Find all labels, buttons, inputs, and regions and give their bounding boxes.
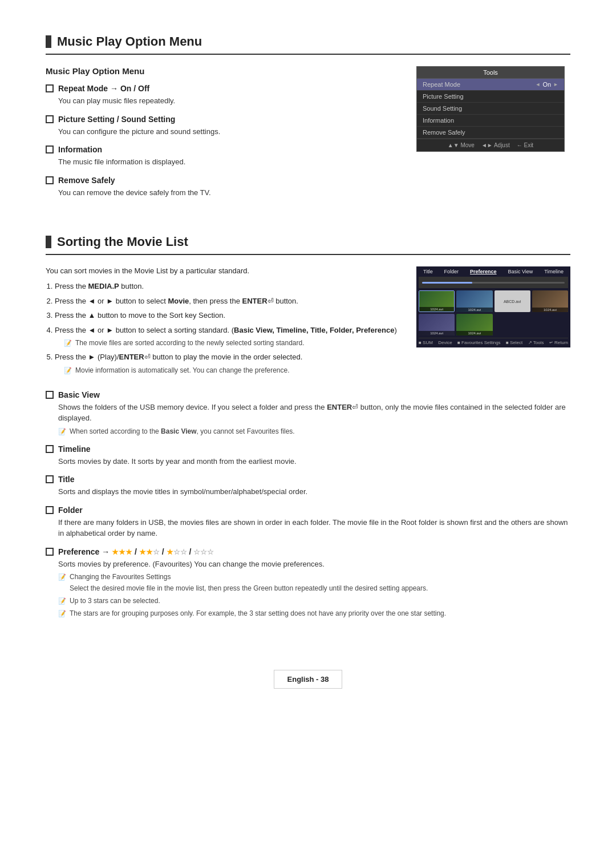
- option-desc-information: The music file information is displayed.: [58, 156, 399, 168]
- movie-panel: Title Folder Preference Basic View Timel…: [416, 266, 570, 347]
- step-5: Press the ► (Play)/ENTER⏎ button to play…: [55, 351, 399, 375]
- option-desc-folder: If there are many folders in USB, the mo…: [58, 517, 570, 539]
- movie-panel-filter-bar: [419, 277, 568, 288]
- option-label-folder: Folder: [58, 506, 83, 515]
- movie-panel-header: Title Folder Preference Basic View Timel…: [419, 269, 568, 274]
- note-icon: 📝: [58, 609, 66, 618]
- thumb-label-2: 1024.avi: [456, 308, 492, 312]
- tools-row-sound-setting: Sound Setting: [417, 103, 564, 115]
- option-desc-basic-view: Shows the folders of the USB memory devi…: [58, 402, 570, 436]
- section1-content: Music Play Option Menu Repeat Mode → On …: [46, 66, 399, 206]
- sorting-options: Basic View Shows the folders of the USB …: [46, 390, 570, 619]
- option-desc-remove-safely: You can remove the device safely from th…: [58, 187, 399, 199]
- checkbox-icon: [46, 176, 54, 184]
- note-icon: 📝: [64, 366, 72, 375]
- thumb-label-6: 1024.avi: [456, 331, 492, 335]
- option-folder: Folder If there are many folders in USB,…: [46, 506, 570, 539]
- movie-thumb-1: 1024.avi: [419, 290, 455, 312]
- option-remove-safely: Remove Safely You can remove the device …: [46, 176, 399, 199]
- right-arrow-icon: ►: [553, 82, 558, 87]
- option-label-repeat-mode: Repeat Mode → On / Off: [58, 84, 149, 93]
- step-1: Press the MEDIA.P button.: [55, 281, 399, 292]
- tools-row-label: Repeat Mode: [423, 81, 460, 88]
- note-icon: 📝: [58, 427, 66, 436]
- pref-note-detail: Select the desired movie file in the mov…: [70, 583, 570, 593]
- section2-content: You can sort movies in the Movie List by…: [46, 266, 399, 381]
- option-label-remove-safely: Remove Safely: [58, 176, 115, 185]
- tools-panel-image: Tools Repeat Mode ◄ On ► Picture Setting…: [416, 66, 570, 206]
- option-preference: Preference → ★★★ / ★★☆ / ★☆☆ / ☆☆☆ Sorts…: [46, 547, 570, 619]
- progress-bar: [422, 282, 565, 284]
- option-label-picture-sound: Picture Setting / Sound Setting: [58, 115, 175, 124]
- section1-title: Music Play Option Menu: [46, 34, 570, 55]
- option-repeat-mode: Repeat Mode → On / Off You can play musi…: [46, 84, 399, 107]
- pref-note-2: 📝 Up to 3 stars can be selected.: [58, 596, 570, 606]
- tools-panel-title: Tools: [417, 67, 564, 79]
- left-arrow-icon: ◄: [535, 82, 540, 87]
- checkbox-icon: [46, 84, 54, 92]
- section-sorting-movie-list: Sorting the Movie List You can sort movi…: [46, 235, 570, 618]
- checkbox-icon: [46, 145, 54, 153]
- checkbox-icon: [46, 445, 54, 453]
- checkbox-icon: [46, 506, 54, 514]
- checkbox-icon: [46, 391, 54, 399]
- movie-thumbnail-grid: 1024.avi 1024.avi ABCD.avi 1024.avi: [419, 290, 568, 335]
- note-icon: 📝: [58, 572, 66, 582]
- tools-row-label: Sound Setting: [423, 105, 462, 112]
- option-timeline: Timeline Sorts movies by date. It sorts …: [46, 444, 570, 467]
- option-basic-view: Basic View Shows the folders of the USB …: [46, 390, 570, 436]
- option-desc-picture-sound: You can configure the picture and sound …: [58, 126, 399, 138]
- option-label-basic-view: Basic View: [58, 390, 100, 399]
- tools-row-repeat-mode: Repeat Mode ◄ On ►: [417, 79, 564, 91]
- note-icon: 📝: [58, 596, 66, 606]
- thumb-label-1: 1024.avi: [419, 307, 454, 312]
- thumb-label-4: 1024.avi: [532, 308, 568, 312]
- option-label-preference: Preference → ★★★ / ★★☆ / ★☆☆ / ☆☆☆: [58, 547, 214, 556]
- steps-list: Press the MEDIA.P button. Press the ◄ or…: [55, 281, 399, 375]
- movie-thumb-4: 1024.avi: [532, 290, 568, 312]
- tools-row-remove-safely: Remove Safely: [417, 127, 564, 139]
- section2-intro: You can sort movies in the Movie List by…: [46, 266, 399, 275]
- option-information: Information The music file information i…: [46, 145, 399, 168]
- option-desc-repeat-mode: You can play music files repeatedly.: [58, 95, 399, 107]
- tools-panel-footer: ▲▼ Move ◄► Adjust ← Exit: [417, 139, 564, 151]
- checkbox-icon: [46, 115, 54, 123]
- checkbox-icon: [46, 475, 54, 483]
- section1-subsection-title: Music Play Option Menu: [46, 66, 399, 76]
- option-label-title: Title: [58, 475, 75, 484]
- movie-panel-image: Title Folder Preference Basic View Timel…: [416, 266, 570, 381]
- step-5-note: 📝 Movie information is automatically set…: [64, 365, 399, 375]
- pref-note-3: 📝 The stars are for grouping purposes on…: [58, 608, 570, 618]
- tools-row-label: Information: [423, 117, 454, 124]
- option-desc-timeline: Sorts movies by date. It sorts by year a…: [58, 456, 570, 467]
- basic-view-note: 📝 When sorted according to the Basic Vie…: [58, 426, 570, 436]
- thumb-label-5: 1024.avi: [419, 331, 455, 335]
- note-icon: 📝: [64, 338, 72, 348]
- section-music-play-option-menu: Music Play Option Menu Music Play Option…: [46, 34, 570, 206]
- step-4: Press the ◄ or ► button to select a sort…: [55, 325, 399, 349]
- section2-title: Sorting the Movie List: [46, 235, 570, 255]
- option-label-timeline: Timeline: [58, 444, 91, 454]
- progress-fill: [422, 282, 472, 284]
- footer-text: English - 38: [287, 675, 329, 684]
- option-title: Title Sorts and displays the movie title…: [46, 475, 570, 498]
- option-desc-title: Sorts and displays the movie titles in s…: [58, 486, 570, 498]
- step-4-note: 📝 The movie files are sorted according t…: [64, 338, 399, 348]
- page-footer-wrap: English - 38: [46, 647, 570, 689]
- tools-row-value: ◄ On ►: [535, 81, 558, 88]
- movie-thumb-5: 1024.avi: [419, 314, 455, 335]
- movie-panel-footer: ■ SUM Device ■ Favourites Settings ■ Sel…: [419, 338, 568, 345]
- movie-thumb-2: 1024.avi: [456, 290, 492, 312]
- tools-row-information: Information: [417, 115, 564, 127]
- tools-row-label: Remove Safely: [423, 129, 465, 136]
- tools-panel: Tools Repeat Mode ◄ On ► Picture Setting…: [416, 66, 565, 152]
- step-3: Press the ▲ button to move to the Sort k…: [55, 310, 399, 321]
- checkbox-icon: [46, 548, 54, 556]
- option-desc-preference: Sorts movies by preference. (Favourites)…: [58, 559, 570, 619]
- movie-thumb-3: ABCD.avi: [495, 290, 530, 312]
- option-picture-sound-setting: Picture Setting / Sound Setting You can …: [46, 115, 399, 138]
- thumb-image-abc: ABCD.avi: [495, 290, 530, 312]
- tools-row-label: Picture Setting: [423, 93, 464, 100]
- tools-row-picture-setting: Picture Setting: [417, 91, 564, 103]
- option-label-information: Information: [58, 145, 102, 154]
